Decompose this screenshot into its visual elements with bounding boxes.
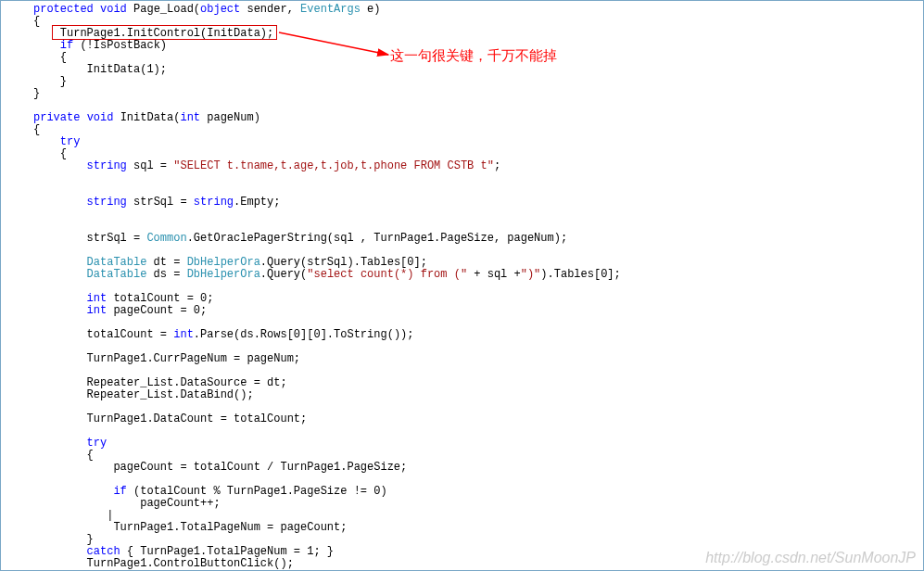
t: { [33,449,94,462]
t [33,304,87,317]
t: e) [361,3,381,16]
watermark-text: http://blog.csdn.net/SunMoonJP [705,550,916,566]
kw-if: if [113,485,126,498]
kw-try: try [60,135,81,148]
kw-string: string [87,196,127,209]
t: totalCount = [33,328,173,341]
t: .Empty; [234,196,280,209]
t [33,135,60,148]
t: } [33,533,94,546]
t: pageCount++; [33,497,221,510]
t: (!IsPostBack) [73,39,167,52]
t [33,39,60,52]
type-datatable: DataTable [87,268,147,281]
t: { [33,147,67,160]
t: { TurnPage1.TotalPageNum = 1; } [120,545,334,558]
t [33,292,87,305]
t: pageCount = 0; [107,304,207,317]
t: + sql + [467,268,521,281]
t [33,545,87,558]
t: TurnPage1.CurrPageNum = pageNum; [33,352,300,365]
type-datatable: DataTable [87,256,147,269]
t: (totalCount % TurnPage1.PageSize != 0) [127,485,387,498]
t [33,268,87,281]
t: } [33,87,40,100]
code-container: protected void Page_Load(object sender, … [0,0,924,571]
kw-string: string [87,159,127,172]
annotation-text: 这一句很关键，千万不能掉 [390,47,557,65]
t: { [33,51,67,64]
t [33,437,87,450]
t [33,256,87,269]
kw-int: int [173,328,194,341]
t: { [33,123,40,136]
t: totalCount = 0; [107,292,213,305]
t: strSql = [33,232,146,245]
t: sender, [240,3,300,16]
t: strSql = [127,196,194,209]
sql-string: "SELECT t.tname,t.age,t.job,t.phone FROM… [173,159,494,172]
type-eventargs: EventArgs [300,3,361,16]
init-control-line: TurnPage1.InitControl(InitData); [33,27,273,40]
type-dbhelper: DbHelperOra [187,256,260,269]
t: InitData( [113,111,180,124]
t [33,196,87,209]
kw-void: void [100,3,127,16]
kw-object: object [200,3,240,16]
t: } [33,75,67,88]
str: ")" [521,268,541,281]
kw-int: int [180,111,200,124]
t: pageCount = totalCount / TurnPage1.PageS… [33,461,407,474]
t: dt = [146,256,186,269]
str: "select count(*) from (" [307,268,467,281]
t: | [33,509,113,522]
kw-void: void [87,111,114,124]
kw-catch: catch [87,545,120,558]
t [33,159,87,172]
code-block: protected void Page_Load(object sender, … [4,4,920,570]
t [33,485,113,498]
t: .Query(strSql).Tables[0]; [260,256,427,269]
t: ; [494,159,500,172]
t: .GetOraclePagerString(sql , TurnPage1.Pa… [187,232,567,245]
t: TurnPage1.TotalPageNum = pageCount; [33,521,347,534]
t: .Query( [260,268,307,281]
t: Repeater_List.DataBind(); [33,388,254,401]
t: Page_Load( [127,3,200,16]
t: sql = [127,159,173,172]
t: pageNum) [200,111,260,124]
t: ds = [146,268,186,281]
kw-int: int [87,292,108,305]
type-common: Common [146,232,186,245]
kw-protected: protected [33,3,94,16]
t: { [33,15,40,28]
kw-string: string [194,196,234,209]
type-dbhelper: DbHelperOra [187,268,260,281]
kw-try: try [87,437,108,450]
kw-if: if [60,39,73,52]
kw-int: int [87,304,108,317]
kw-private: private [33,111,80,124]
t: InitData(1); [33,63,167,76]
t: Repeater_List.DataSource = dt; [33,376,287,389]
t: .Parse(ds.Rows[0][0].ToString()); [194,328,414,341]
t: TurnPage1.DataCount = totalCount; [33,412,307,425]
t: TurnPage1.ControlButtonClick(); [33,557,294,570]
t: ).Tables[0]; [540,268,620,281]
